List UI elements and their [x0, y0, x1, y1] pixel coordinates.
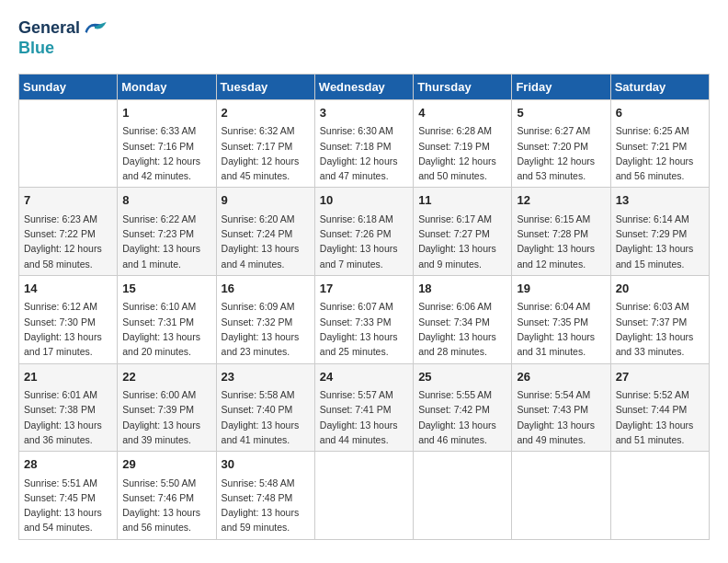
calendar-cell: 24Sunrise: 5:57 AMSunset: 7:41 PMDayligh… [314, 363, 413, 452]
calendar-cell: 23Sunrise: 5:58 AMSunset: 7:40 PMDayligh… [216, 363, 314, 452]
day-number: 7 [24, 191, 112, 210]
day-number: 21 [24, 368, 112, 386]
column-header-saturday: Saturday [610, 74, 709, 99]
cell-details: Sunrise: 5:57 AMSunset: 7:41 PMDaylight:… [320, 387, 408, 447]
calendar-cell: 26Sunrise: 5:54 AMSunset: 7:43 PMDayligh… [512, 363, 610, 452]
calendar-cell: 13Sunrise: 6:14 AMSunset: 7:29 PMDayligh… [610, 188, 709, 276]
day-number: 16 [222, 280, 310, 298]
calendar-cell: 28Sunrise: 5:51 AMSunset: 7:45 PMDayligh… [19, 452, 118, 540]
column-header-tuesday: Tuesday [216, 74, 314, 99]
cell-details: Sunrise: 6:01 AMSunset: 7:38 PMDaylight:… [24, 387, 112, 447]
calendar-cell: 6Sunrise: 6:25 AMSunset: 7:21 PMDaylight… [610, 99, 709, 188]
day-number: 4 [418, 104, 506, 122]
calendar-cell: 1Sunrise: 6:33 AMSunset: 7:16 PMDaylight… [118, 99, 216, 188]
calendar-cell: 22Sunrise: 6:00 AMSunset: 7:39 PMDayligh… [118, 363, 216, 452]
calendar-cell: 30Sunrise: 5:48 AMSunset: 7:48 PMDayligh… [216, 452, 314, 540]
day-number: 1 [122, 104, 210, 122]
calendar-cell [314, 452, 413, 540]
cell-details: Sunrise: 6:28 AMSunset: 7:19 PMDaylight:… [418, 123, 506, 183]
week-row-1: 1Sunrise: 6:33 AMSunset: 7:16 PMDaylight… [19, 99, 710, 188]
cell-details: Sunrise: 6:17 AMSunset: 7:27 PMDaylight:… [418, 212, 506, 271]
cell-details: Sunrise: 6:18 AMSunset: 7:26 PMDaylight:… [320, 212, 408, 271]
calendar-cell: 3Sunrise: 6:30 AMSunset: 7:18 PMDaylight… [314, 99, 413, 188]
day-number: 20 [616, 280, 704, 298]
week-row-3: 14Sunrise: 6:12 AMSunset: 7:30 PMDayligh… [19, 275, 710, 363]
cell-details: Sunrise: 5:52 AMSunset: 7:44 PMDaylight:… [616, 387, 704, 447]
day-number: 15 [122, 280, 210, 298]
calendar-cell: 27Sunrise: 5:52 AMSunset: 7:44 PMDayligh… [610, 363, 709, 452]
cell-details: Sunrise: 6:22 AMSunset: 7:23 PMDaylight:… [122, 212, 210, 271]
calendar-cell: 7Sunrise: 6:23 AMSunset: 7:22 PMDaylight… [19, 188, 118, 276]
column-header-monday: Monday [118, 74, 216, 99]
cell-details: Sunrise: 6:20 AMSunset: 7:24 PMDaylight:… [222, 212, 310, 271]
calendar-cell: 21Sunrise: 6:01 AMSunset: 7:38 PMDayligh… [19, 363, 118, 452]
cell-details: Sunrise: 6:04 AMSunset: 7:35 PMDaylight:… [517, 299, 605, 359]
column-header-sunday: Sunday [19, 74, 118, 99]
day-number: 5 [517, 104, 605, 122]
calendar-cell: 10Sunrise: 6:18 AMSunset: 7:26 PMDayligh… [314, 188, 413, 276]
cell-details: Sunrise: 6:07 AMSunset: 7:33 PMDaylight:… [320, 299, 408, 359]
cell-details: Sunrise: 6:06 AMSunset: 7:34 PMDaylight:… [418, 299, 506, 359]
day-number: 28 [24, 455, 112, 474]
day-number: 18 [418, 280, 506, 298]
column-header-wednesday: Wednesday [314, 74, 413, 99]
calendar-cell: 25Sunrise: 5:55 AMSunset: 7:42 PMDayligh… [414, 363, 512, 452]
day-number: 23 [222, 368, 310, 386]
calendar-cell: 15Sunrise: 6:10 AMSunset: 7:31 PMDayligh… [118, 275, 216, 363]
cell-details: Sunrise: 6:14 AMSunset: 7:29 PMDaylight:… [616, 212, 704, 271]
calendar-cell [414, 452, 512, 540]
day-number: 17 [320, 280, 408, 298]
cell-details: Sunrise: 5:51 AMSunset: 7:45 PMDaylight:… [24, 476, 112, 535]
day-number: 29 [122, 455, 210, 474]
cell-details: Sunrise: 6:03 AMSunset: 7:37 PMDaylight:… [616, 299, 704, 359]
week-row-2: 7Sunrise: 6:23 AMSunset: 7:22 PMDaylight… [19, 188, 710, 276]
day-number: 27 [616, 368, 704, 386]
page-header: General Blue [18, 18, 710, 59]
calendar-cell: 4Sunrise: 6:28 AMSunset: 7:19 PMDaylight… [414, 99, 512, 188]
day-number: 26 [517, 368, 605, 386]
calendar-cell: 14Sunrise: 6:12 AMSunset: 7:30 PMDayligh… [19, 275, 118, 363]
cell-details: Sunrise: 6:32 AMSunset: 7:17 PMDaylight:… [222, 123, 310, 183]
calendar-cell: 19Sunrise: 6:04 AMSunset: 7:35 PMDayligh… [512, 275, 610, 363]
column-header-friday: Friday [512, 74, 610, 99]
cell-details: Sunrise: 6:33 AMSunset: 7:16 PMDaylight:… [122, 123, 210, 183]
calendar-cell: 17Sunrise: 6:07 AMSunset: 7:33 PMDayligh… [314, 275, 413, 363]
calendar-cell: 12Sunrise: 6:15 AMSunset: 7:28 PMDayligh… [512, 188, 610, 276]
calendar-table: SundayMondayTuesdayWednesdayThursdayFrid… [18, 74, 710, 540]
calendar-cell: 18Sunrise: 6:06 AMSunset: 7:34 PMDayligh… [414, 275, 512, 363]
day-number: 11 [418, 191, 506, 210]
day-number: 19 [517, 280, 605, 298]
day-number: 30 [222, 455, 310, 474]
logo-text: General Blue [18, 18, 108, 59]
week-row-5: 28Sunrise: 5:51 AMSunset: 7:45 PMDayligh… [19, 452, 710, 540]
calendar-cell: 11Sunrise: 6:17 AMSunset: 7:27 PMDayligh… [414, 188, 512, 276]
cell-details: Sunrise: 6:09 AMSunset: 7:32 PMDaylight:… [222, 299, 310, 359]
cell-details: Sunrise: 6:23 AMSunset: 7:22 PMDaylight:… [24, 212, 112, 271]
cell-details: Sunrise: 6:30 AMSunset: 7:18 PMDaylight:… [320, 123, 408, 183]
cell-details: Sunrise: 5:50 AMSunset: 7:46 PMDaylight:… [122, 476, 210, 535]
cell-details: Sunrise: 5:58 AMSunset: 7:40 PMDaylight:… [222, 387, 310, 447]
cell-details: Sunrise: 6:15 AMSunset: 7:28 PMDaylight:… [517, 212, 605, 271]
day-number: 13 [616, 191, 704, 210]
cell-details: Sunrise: 6:27 AMSunset: 7:20 PMDaylight:… [517, 123, 605, 183]
cell-details: Sunrise: 5:48 AMSunset: 7:48 PMDaylight:… [222, 476, 310, 535]
day-number: 24 [320, 368, 408, 386]
calendar-cell: 29Sunrise: 5:50 AMSunset: 7:46 PMDayligh… [118, 452, 216, 540]
cell-details: Sunrise: 6:10 AMSunset: 7:31 PMDaylight:… [122, 299, 210, 359]
day-number: 9 [222, 191, 310, 210]
calendar-cell [19, 99, 118, 188]
column-header-thursday: Thursday [414, 74, 512, 99]
week-row-4: 21Sunrise: 6:01 AMSunset: 7:38 PMDayligh… [19, 363, 710, 452]
calendar-cell [512, 452, 610, 540]
calendar-cell: 20Sunrise: 6:03 AMSunset: 7:37 PMDayligh… [610, 275, 709, 363]
day-number: 8 [122, 191, 210, 210]
calendar-cell: 9Sunrise: 6:20 AMSunset: 7:24 PMDaylight… [216, 188, 314, 276]
calendar-cell: 8Sunrise: 6:22 AMSunset: 7:23 PMDaylight… [118, 188, 216, 276]
day-number: 6 [616, 104, 704, 122]
day-number: 2 [222, 104, 310, 122]
day-number: 3 [320, 104, 408, 122]
day-number: 22 [122, 368, 210, 386]
day-number: 10 [320, 191, 408, 210]
cell-details: Sunrise: 6:00 AMSunset: 7:39 PMDaylight:… [122, 387, 210, 447]
calendar-cell: 5Sunrise: 6:27 AMSunset: 7:20 PMDaylight… [512, 99, 610, 188]
